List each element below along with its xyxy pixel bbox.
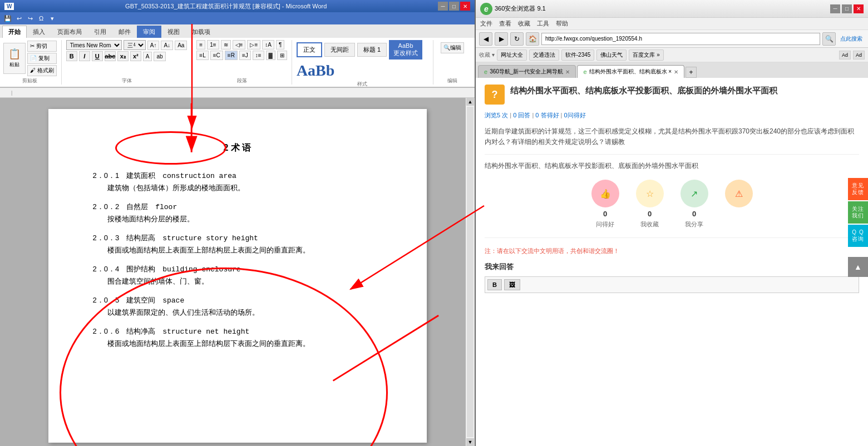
undo-quick-btn[interactable]: ↩ <box>14 14 23 23</box>
shading-btn[interactable]: ▓ <box>266 51 275 60</box>
browser-minimize-btn[interactable]: ─ <box>830 4 840 13</box>
align-justify-btn[interactable]: ≡J <box>239 51 251 60</box>
line-spacing-btn[interactable]: ↕≡ <box>253 51 264 60</box>
menu-view[interactable]: 查看 <box>499 19 511 28</box>
tab-references[interactable]: 引用 <box>88 26 112 38</box>
home-btn[interactable]: 🏠 <box>526 32 539 46</box>
browser-close-btn[interactable]: ✕ <box>854 4 864 13</box>
sort-btn[interactable]: ↕A <box>262 40 274 49</box>
scroll-down-btn[interactable]: ▼ <box>466 438 474 446</box>
cut-btn[interactable]: ✂ 剪切 <box>27 41 57 52</box>
show-marks-btn[interactable]: ¶ <box>276 40 284 49</box>
word-maximize-btn[interactable]: □ <box>449 2 459 11</box>
menu-file[interactable]: 文件 <box>480 19 492 28</box>
meta-good[interactable]: 0 答得好 <box>535 112 559 118</box>
clear-format-btn[interactable]: Aa <box>175 41 187 50</box>
subscript-btn[interactable]: x₂ <box>117 51 129 61</box>
question-title: 结构外围水平面积、结构底板水平投影面积、底板面的外墙外围水平面积 <box>510 85 777 96</box>
strikethrough-btn[interactable]: abc <box>105 51 116 61</box>
paste-btn[interactable]: 📋 粘贴 <box>3 43 26 74</box>
tab-home[interactable]: 开始 <box>2 26 27 38</box>
menu-tools[interactable]: 工具 <box>537 19 549 28</box>
omega-quick-btn[interactable]: Ω <box>37 14 46 23</box>
search-hint[interactable]: 点此搜索 <box>838 35 865 43</box>
address-bar[interactable] <box>541 33 820 45</box>
italic-btn[interactable]: I <box>79 51 90 61</box>
shrink-font-btn[interactable]: A↓ <box>161 41 173 50</box>
tab2-close[interactable]: ✕ <box>674 69 678 75</box>
tab-view[interactable]: 视图 <box>161 26 186 38</box>
toolbar-icon-2[interactable]: Ad <box>853 51 865 60</box>
numbering-btn[interactable]: 1≡ <box>207 40 219 49</box>
bookmark-traffic[interactable]: 交通违法 <box>529 49 559 61</box>
more-quick-btn[interactable]: ▾ <box>48 14 57 23</box>
qq-consult-btn[interactable]: Q Q咨询 <box>848 225 868 247</box>
find-btn[interactable]: 🔍编辑 <box>441 42 464 53</box>
grow-font-btn[interactable]: A↑ <box>147 41 160 50</box>
action-good-btn[interactable]: 👍 0 问得好 <box>591 180 619 229</box>
save-quick-btn[interactable]: 💾 <box>3 14 12 23</box>
refresh-btn[interactable]: ↻ <box>510 32 524 46</box>
style-normal-btn[interactable]: 正文 <box>297 42 322 57</box>
bold-btn[interactable]: B <box>66 51 77 61</box>
align-right-btn[interactable]: ≡R <box>225 51 238 60</box>
follow-us-btn[interactable]: 关注我们 <box>848 201 868 224</box>
multilevel-btn[interactable]: ≋ <box>221 40 231 49</box>
menu-bookmarks[interactable]: 收藏 <box>518 19 530 28</box>
word-minimize-btn[interactable]: ─ <box>438 2 448 11</box>
doc-scrollbar[interactable]: ▲ ▼ <box>466 98 475 446</box>
word-close-btn[interactable]: ✕ <box>460 2 470 11</box>
tab-review[interactable]: 审阅 <box>137 26 161 38</box>
scroll-up-btn[interactable]: ▲ <box>466 98 474 106</box>
browser-maximize-btn[interactable]: □ <box>842 4 852 13</box>
meta-answers[interactable]: 0 回答 <box>513 112 530 118</box>
answer-image-btn[interactable]: 🖼 <box>504 279 520 290</box>
new-tab-btn[interactable]: + <box>685 67 697 78</box>
tab-insert[interactable]: 插入 <box>27 26 51 38</box>
align-center-btn[interactable]: ≡C <box>210 51 223 60</box>
font-family-selector[interactable]: Times New Roman <box>66 40 122 50</box>
highlight-btn[interactable]: ab <box>154 52 165 61</box>
tab1-close[interactable]: ✕ <box>565 69 570 75</box>
question-text: 近期自学建筑面积的计算规范，这三个面积感觉定义模糊，尤其是结构外围水平面积跟37… <box>485 127 854 146</box>
meta-views[interactable]: 浏览5 次 <box>485 112 508 118</box>
toolbar-icon-1[interactable]: Ad <box>839 51 851 60</box>
term-2-0-2-header: 2．0．2 自然层 floor <box>93 202 382 212</box>
term-2-0-2-def: 按楼地面结构分层的楼层。 <box>93 214 382 224</box>
align-left-btn[interactable]: ≡L <box>196 51 208 60</box>
font-color-btn[interactable]: A <box>143 52 152 61</box>
bookmark-url[interactable]: 网址大全 <box>497 49 527 61</box>
browser-tab-1[interactable]: e 360导航_新一代安全上网导航 ✕ <box>478 65 576 78</box>
bookmark-weather[interactable]: 佛山天气 <box>596 49 627 61</box>
feedback-btn[interactable]: 意见反馈 <box>848 178 868 200</box>
style-change-btn[interactable]: AaBb 更改样式 <box>389 40 422 60</box>
underline-btn[interactable]: U <box>92 51 103 61</box>
browser-tab-2[interactable]: e 结构外围水平面积、结构底板水 × ✕ <box>577 65 684 78</box>
style-nospace-btn[interactable]: 无间距 <box>324 43 355 57</box>
action-share-btn[interactable]: ↗ 0 我分享 <box>680 180 708 229</box>
meta-helpful[interactable]: 0问得好 <box>564 112 586 118</box>
action-collect-btn[interactable]: ☆ 0 我收藏 <box>636 180 664 229</box>
decrease-indent-btn[interactable]: ◁≡ <box>233 40 246 49</box>
answer-bold-btn[interactable]: B <box>487 279 502 290</box>
bookmark-baidu[interactable]: 百度文库 » <box>629 49 663 61</box>
search-btn[interactable]: 🔍 <box>822 32 836 46</box>
bookmark-software[interactable]: 软件-2345 <box>561 49 595 61</box>
tab-mailings[interactable]: 邮件 <box>112 26 137 38</box>
menu-help[interactable]: 帮助 <box>556 19 568 28</box>
font-size-selector[interactable]: 三号 <box>124 40 146 50</box>
tab-pagelayout[interactable]: 页面布局 <box>51 26 88 38</box>
back-btn[interactable]: ◀ <box>479 32 492 46</box>
copy-btn[interactable]: 📄 复制 <box>27 53 57 64</box>
scroll-top-btn[interactable]: ▲ <box>848 257 868 277</box>
format-painter-btn[interactable]: 🖌 格式刷 <box>27 65 57 76</box>
redo-quick-btn[interactable]: ↪ <box>26 14 34 23</box>
increase-indent-btn[interactable]: ▷≡ <box>247 40 260 49</box>
border-btn[interactable]: ⊞ <box>277 51 287 60</box>
action-report-btn[interactable]: ⚠ <box>725 180 753 229</box>
forward-btn[interactable]: ▶ <box>495 32 508 46</box>
bullets-btn[interactable]: ≡ <box>196 40 205 49</box>
tab-addins[interactable]: 加载项 <box>186 26 216 38</box>
superscript-btn[interactable]: x² <box>130 51 141 61</box>
style-heading1-btn[interactable]: 标题 1 <box>357 43 387 57</box>
